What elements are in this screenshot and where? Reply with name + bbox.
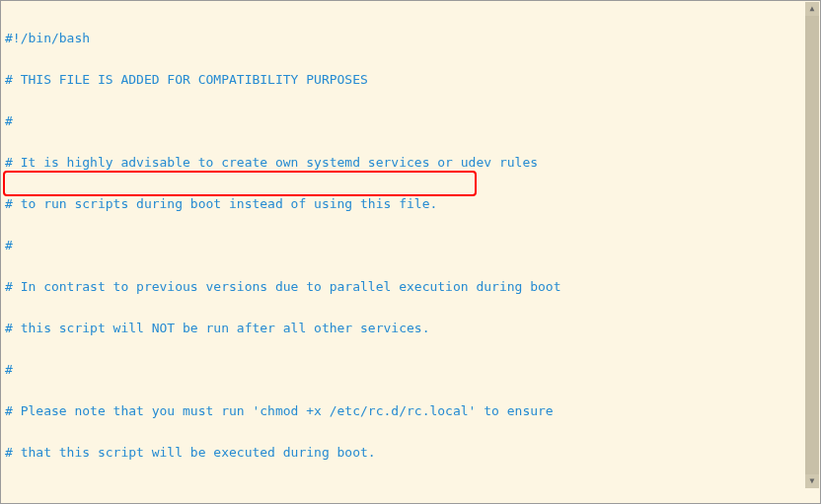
comment-line: # that this script will be executed duri… (5, 445, 376, 460)
blank-line (5, 487, 816, 501)
terminal-window: #!/bin/bash # THIS FILE IS ADDED FOR COM… (0, 0, 821, 504)
comment-line: # In contrast to previous versions due t… (5, 279, 561, 294)
editor-area[interactable]: #!/bin/bash # THIS FILE IS ADDED FOR COM… (1, 1, 820, 504)
comment-line: # (5, 238, 13, 252)
vertical-scrollbar[interactable]: ▲ ▼ (805, 2, 819, 488)
highlight-annotation (3, 171, 477, 196)
shebang-line: #!/bin/bash (5, 31, 90, 45)
comment-line: # (5, 362, 13, 377)
comment-line: # (5, 113, 13, 128)
comment-line: # Please note that you must run 'chmod +… (5, 403, 554, 418)
comment-line: # It is highly advisable to create own s… (5, 155, 538, 170)
scroll-up-button[interactable]: ▲ (805, 2, 819, 16)
comment-line: # THIS FILE IS ADDED FOR COMPATIBILITY P… (5, 72, 368, 87)
scroll-down-button[interactable]: ▼ (805, 474, 819, 488)
scroll-thumb[interactable] (805, 16, 819, 474)
comment-line: # to run scripts during boot instead of … (5, 196, 437, 211)
comment-line: # this script will NOT be run after all … (5, 321, 429, 335)
